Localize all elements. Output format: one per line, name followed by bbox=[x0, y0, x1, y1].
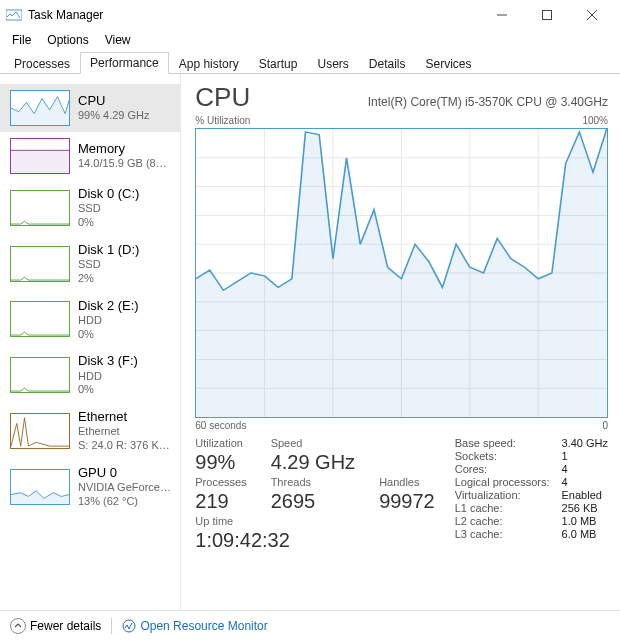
uptime-label: Up time bbox=[195, 515, 434, 527]
spec-value: 4 bbox=[562, 463, 608, 475]
fewer-details-button[interactable]: Fewer details bbox=[10, 618, 101, 634]
tab-processes[interactable]: Processes bbox=[4, 53, 80, 74]
speed-label: Speed bbox=[271, 437, 355, 449]
chart-bottom-right-label: 0 bbox=[602, 420, 608, 431]
sidebar-item-gpu0[interactable]: GPU 0NVIDIA GeForce G…13% (62 °C) bbox=[0, 459, 180, 515]
sidebar-item-cpu[interactable]: CPU99% 4.29 GHz bbox=[0, 84, 180, 132]
menu-file[interactable]: File bbox=[4, 31, 39, 49]
maximize-button[interactable] bbox=[524, 0, 569, 30]
sidebar-thumb-ethernet bbox=[10, 413, 70, 449]
sidebar-thumb-disk1 bbox=[10, 246, 70, 282]
resource-monitor-icon bbox=[122, 619, 136, 633]
tab-performance[interactable]: Performance bbox=[80, 52, 169, 74]
sidebar-item-sub2: 0% bbox=[78, 216, 139, 230]
fewer-details-label: Fewer details bbox=[30, 619, 101, 633]
sidebar-item-sub1: SSD bbox=[78, 258, 139, 272]
sidebar-thumb-disk0 bbox=[10, 190, 70, 226]
utilization-label: Utilization bbox=[195, 437, 246, 449]
chart-top-left-label: % Utilization bbox=[195, 115, 250, 126]
svg-rect-7 bbox=[11, 150, 69, 173]
footer-separator bbox=[111, 618, 112, 634]
sidebar-item-sub2: 0% bbox=[78, 328, 139, 342]
tab-users[interactable]: Users bbox=[307, 53, 358, 74]
window-title: Task Manager bbox=[28, 8, 479, 22]
spec-label: Cores: bbox=[455, 463, 550, 475]
footer: Fewer details Open Resource Monitor bbox=[0, 610, 620, 641]
svg-point-24 bbox=[123, 620, 135, 632]
spec-label: L3 cache: bbox=[455, 528, 550, 540]
sidebar-item-sub2: 2% bbox=[78, 272, 139, 286]
sidebar-item-sub1: Ethernet bbox=[78, 425, 172, 439]
window-titlebar: Task Manager bbox=[0, 0, 620, 30]
sidebar-item-sub2: S: 24.0 R: 376 Kbps bbox=[78, 439, 172, 453]
spec-value: 1 bbox=[562, 450, 608, 462]
sidebar-thumb-gpu0 bbox=[10, 469, 70, 505]
spec-label: L2 cache: bbox=[455, 515, 550, 527]
sidebar-item-title: CPU bbox=[78, 93, 150, 109]
tab-services[interactable]: Services bbox=[416, 53, 482, 74]
close-button[interactable] bbox=[569, 0, 614, 30]
spec-value: 6.0 MB bbox=[562, 528, 608, 540]
sidebar-item-title: Ethernet bbox=[78, 409, 172, 425]
performance-sidebar: CPU99% 4.29 GHzMemory14.0/15.9 GB (88%)D… bbox=[0, 74, 181, 610]
processes-value: 219 bbox=[195, 490, 246, 513]
sidebar-item-title: Disk 2 (E:) bbox=[78, 298, 139, 314]
chevron-up-icon bbox=[10, 618, 26, 634]
sidebar-item-sub2: 13% (62 °C) bbox=[78, 495, 172, 509]
sidebar-item-disk3[interactable]: Disk 3 (F:)HDD0% bbox=[0, 347, 180, 403]
svg-rect-2 bbox=[542, 11, 551, 20]
tab-app-history[interactable]: App history bbox=[169, 53, 249, 74]
open-resource-monitor-link[interactable]: Open Resource Monitor bbox=[122, 619, 267, 633]
sidebar-item-sub1: 99% 4.29 GHz bbox=[78, 109, 150, 123]
sidebar-item-title: GPU 0 bbox=[78, 465, 172, 481]
handles-label: Handles bbox=[379, 476, 435, 488]
app-icon bbox=[6, 7, 22, 23]
spec-value: Enabled bbox=[562, 489, 608, 501]
handles-value: 99972 bbox=[379, 490, 435, 513]
menu-view[interactable]: View bbox=[97, 31, 139, 49]
sidebar-item-title: Memory bbox=[78, 141, 172, 157]
spec-value: 256 KB bbox=[562, 502, 608, 514]
spec-value: 3.40 GHz bbox=[562, 437, 608, 449]
utilization-value: 99% bbox=[195, 451, 246, 474]
sidebar-thumb-disk2 bbox=[10, 301, 70, 337]
processes-label: Processes bbox=[195, 476, 246, 488]
menu-options[interactable]: Options bbox=[39, 31, 96, 49]
cpu-model-name: Intel(R) Core(TM) i5-3570K CPU @ 3.40GHz bbox=[266, 95, 608, 109]
spec-label: Logical processors: bbox=[455, 476, 550, 488]
sidebar-item-disk1[interactable]: Disk 1 (D:)SSD2% bbox=[0, 236, 180, 292]
svg-marker-5 bbox=[11, 97, 69, 125]
cpu-secondary-stats: Base speed:3.40 GHzSockets:1Cores:4Logic… bbox=[455, 437, 608, 552]
sidebar-item-sub1: NVIDIA GeForce G… bbox=[78, 481, 172, 495]
open-resource-monitor-label: Open Resource Monitor bbox=[140, 619, 267, 633]
sidebar-item-sub2: 0% bbox=[78, 383, 138, 397]
spec-label: Sockets: bbox=[455, 450, 550, 462]
threads-label: Threads bbox=[271, 476, 355, 488]
sidebar-item-sub1: HDD bbox=[78, 370, 138, 384]
sidebar-item-ethernet[interactable]: EthernetEthernetS: 24.0 R: 376 Kbps bbox=[0, 403, 180, 459]
cpu-primary-stats: Utilization Speed 99% 4.29 GHz Processes… bbox=[195, 437, 434, 552]
sidebar-item-memory[interactable]: Memory14.0/15.9 GB (88%) bbox=[0, 132, 180, 180]
sidebar-thumb-cpu bbox=[10, 90, 70, 126]
resource-heading: CPU bbox=[195, 82, 250, 113]
tab-startup[interactable]: Startup bbox=[249, 53, 308, 74]
tab-details[interactable]: Details bbox=[359, 53, 416, 74]
sidebar-item-sub1: SSD bbox=[78, 202, 139, 216]
cpu-utilization-chart bbox=[195, 128, 608, 418]
sidebar-thumb-memory bbox=[10, 138, 70, 174]
sidebar-item-disk0[interactable]: Disk 0 (C:)SSD0% bbox=[0, 180, 180, 236]
spec-value: 1.0 MB bbox=[562, 515, 608, 527]
content: CPU99% 4.29 GHzMemory14.0/15.9 GB (88%)D… bbox=[0, 74, 620, 610]
sidebar-item-disk2[interactable]: Disk 2 (E:)HDD0% bbox=[0, 292, 180, 348]
tabstrip: ProcessesPerformanceApp historyStartupUs… bbox=[0, 50, 620, 74]
chart-top-right-label: 100% bbox=[582, 115, 608, 126]
sidebar-item-sub1: 14.0/15.9 GB (88%) bbox=[78, 157, 172, 171]
spec-label: L1 cache: bbox=[455, 502, 550, 514]
menubar: File Options View bbox=[0, 30, 620, 50]
minimize-button[interactable] bbox=[479, 0, 524, 30]
spec-label: Base speed: bbox=[455, 437, 550, 449]
sidebar-thumb-disk3 bbox=[10, 357, 70, 393]
uptime-value: 1:09:42:32 bbox=[195, 529, 434, 552]
sidebar-item-sub1: HDD bbox=[78, 314, 139, 328]
speed-value: 4.29 GHz bbox=[271, 451, 355, 474]
